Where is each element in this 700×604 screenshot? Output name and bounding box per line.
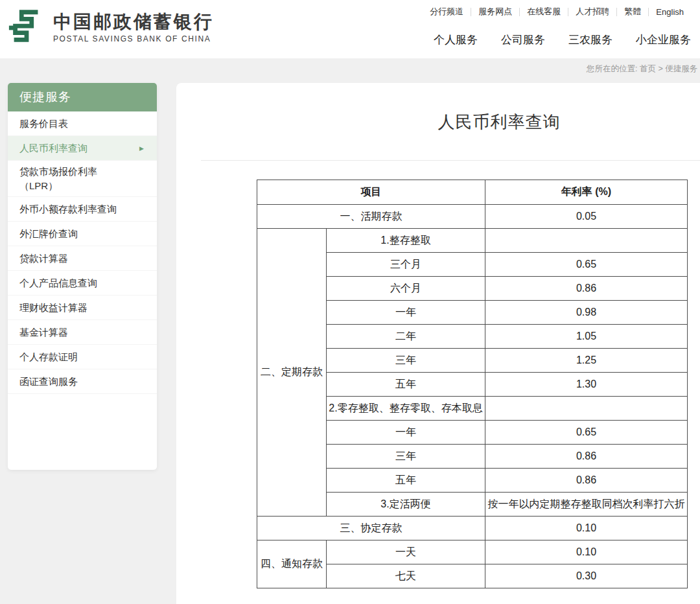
rates-table-body: 项目年利率 (%)一、活期存款0.05二、定期存款1.整存整取三个月0.65六个… <box>257 180 688 588</box>
table-cell: 四、通知存款 <box>257 540 327 588</box>
table-cell: 一年 <box>327 421 485 445</box>
sidebar-item-10[interactable]: 函证查询服务 <box>8 369 157 394</box>
utility-link-3[interactable]: 人才招聘 <box>568 6 616 17</box>
sidebar-item-8[interactable]: 基金计算器 <box>8 320 157 345</box>
table-cell: 三年 <box>327 349 485 373</box>
table-cell <box>485 397 688 421</box>
brand-logo[interactable]: 中国邮政储蓄银行 POSTAL SAVINGS BANK OF CHINA <box>6 6 214 48</box>
table-cell: 1.25 <box>485 349 688 373</box>
table-cell: 三个月 <box>327 253 485 277</box>
brand-names: 中国邮政储蓄银行 POSTAL SAVINGS BANK OF CHINA <box>53 11 214 43</box>
table-cell: 五年 <box>327 469 485 493</box>
utility-link-4[interactable]: 繁體 <box>617 6 648 17</box>
table-cell: 2.零存整取、整存零取、存本取息 <box>327 397 485 421</box>
table-cell: 0.86 <box>485 277 688 301</box>
chevron-right-icon: ▶ <box>139 145 144 152</box>
page-title: 人民币利率查询 <box>201 110 700 134</box>
title-divider <box>201 160 700 161</box>
sidebar-item-9[interactable]: 个人存款证明 <box>8 345 157 369</box>
table-cell: 二年 <box>327 325 485 349</box>
main-nav-link-0[interactable]: 个人服务 <box>434 32 478 47</box>
sidebar-item-7[interactable]: 理财收益计算器 <box>8 296 157 320</box>
breadcrumb: 您所在的位置: 首页 > 便捷服务 <box>587 64 697 75</box>
table-cell: 0.86 <box>485 445 688 469</box>
sidebar-item-0[interactable]: 服务价目表 <box>8 111 157 136</box>
main-nav-link-2[interactable]: 三农服务 <box>568 32 612 47</box>
table-cell <box>485 229 688 253</box>
table-cell: 3.定活两便 <box>327 493 485 517</box>
table-cell: 六个月 <box>327 277 485 301</box>
sidebar-item-4[interactable]: 外汇牌价查询 <box>8 222 157 246</box>
table-cell: 0.65 <box>485 421 688 445</box>
sidebar-item-6[interactable]: 个人产品信息查询 <box>8 271 157 296</box>
table-cell: 0.86 <box>485 469 688 493</box>
brand-name-cn: 中国邮政储蓄银行 <box>53 11 214 33</box>
site-header: 中国邮政储蓄银行 POSTAL SAVINGS BANK OF CHINA 分行… <box>0 0 700 58</box>
sidebar-item-label: 基金计算器 <box>19 325 68 340</box>
sidebar-item-label: 贷款计算器 <box>19 251 68 266</box>
table-cell: 五年 <box>327 373 485 397</box>
table-cell: 0.10 <box>485 517 688 540</box>
sidebar-item-2[interactable]: 贷款市场报价利率 （LPR） <box>8 161 157 197</box>
content-area: 人民币利率查询 项目年利率 (%)一、活期存款0.05二、定期存款1.整存整取三… <box>176 83 700 588</box>
utility-nav: 分行频道服务网点在线客服人才招聘繁體English <box>423 5 691 18</box>
sidebar-item-5[interactable]: 贷款计算器 <box>8 246 157 271</box>
sidebar-item-3[interactable]: 外币小额存款利率查询 <box>8 197 157 222</box>
table-cell: 三年 <box>327 445 485 469</box>
utility-link-0[interactable]: 分行频道 <box>423 6 471 17</box>
table-cell: 按一年以内定期整存整取同档次利率打六折 <box>485 493 688 517</box>
table-cell: 一年 <box>327 301 485 325</box>
sidebar-item-label: 外币小额存款利率查询 <box>19 202 117 216</box>
table-cell: 一天 <box>327 540 485 564</box>
psbc-emblem-icon <box>6 6 47 48</box>
table-cell: 1.整存整取 <box>327 229 485 253</box>
sidebar-item-label: 个人存款证明 <box>19 350 78 364</box>
table-cell: 0.98 <box>485 301 688 325</box>
utility-link-1[interactable]: 服务网点 <box>471 6 519 17</box>
utility-link-5[interactable]: English <box>649 7 691 17</box>
sidebar-item-label: 函证查询服务 <box>19 375 78 389</box>
sidebar-menu: 服务价目表人民币利率查询▶贷款市场报价利率 （LPR）外币小额存款利率查询外汇牌… <box>8 111 157 394</box>
brand-name-en: POSTAL SAVINGS BANK OF CHINA <box>53 34 214 43</box>
sidebar-item-label: 理财收益计算器 <box>19 301 88 315</box>
table-cell: 二、定期存款 <box>257 229 327 517</box>
table-cell: 0.30 <box>485 564 688 588</box>
table-cell: 七天 <box>327 564 485 588</box>
sidebar-item-label: 服务价目表 <box>19 117 68 131</box>
table-cell: 0.05 <box>485 205 688 229</box>
table-cell: 1.30 <box>485 373 688 397</box>
table-row: 一、活期存款0.05 <box>257 205 688 229</box>
table-row: 三、协定存款0.10 <box>257 517 688 540</box>
table-cell: 一、活期存款 <box>257 205 485 229</box>
sidebar-item-label: 个人产品信息查询 <box>19 276 97 290</box>
rates-table: 项目年利率 (%)一、活期存款0.05二、定期存款1.整存整取三个月0.65六个… <box>257 180 688 588</box>
table-cell: 1.05 <box>485 325 688 349</box>
sidebar-item-label: 外汇牌价查询 <box>19 227 78 241</box>
main-content-card: 人民币利率查询 项目年利率 (%)一、活期存款0.05二、定期存款1.整存整取三… <box>176 83 700 604</box>
sidebar-item-1[interactable]: 人民币利率查询▶ <box>8 136 157 161</box>
header-cell: 年利率 (%) <box>485 180 688 205</box>
table-row: 四、通知存款一天0.10 <box>257 540 688 564</box>
sidebar-item-label: 贷款市场报价利率 （LPR） <box>19 165 97 193</box>
sidebar-item-label: 人民币利率查询 <box>19 141 88 156</box>
table-cell: 三、协定存款 <box>257 517 485 540</box>
main-nav: 个人服务公司服务三农服务小企业服务 <box>434 32 691 47</box>
table-cell: 0.65 <box>485 253 688 277</box>
utility-link-2[interactable]: 在线客服 <box>520 6 568 17</box>
main-nav-link-3[interactable]: 小企业服务 <box>636 32 691 47</box>
sidebar: 便捷服务 服务价目表人民币利率查询▶贷款市场报价利率 （LPR）外币小额存款利率… <box>8 83 157 470</box>
table-header-row: 项目年利率 (%) <box>257 180 688 205</box>
header-cell: 项目 <box>257 180 485 205</box>
sidebar-title: 便捷服务 <box>8 83 157 111</box>
table-row: 二、定期存款1.整存整取 <box>257 229 688 253</box>
main-nav-link-1[interactable]: 公司服务 <box>501 32 545 47</box>
table-cell: 0.10 <box>485 540 688 564</box>
